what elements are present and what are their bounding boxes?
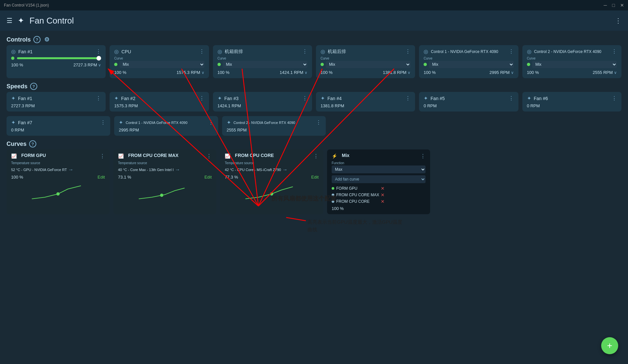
speeds-label: Speeds [7,83,27,90]
card-title-fan1: Fan #1 [18,49,33,54]
card-rpm-cpu: 1575.3 RPM ∨ [177,70,204,75]
curve-edit-c2[interactable]: Edit [204,175,212,180]
curve-card-c1: 📈 FORM GPU ⋮ Temperature source 52 °C - … [7,149,110,214]
curve-select-ctrl1[interactable]: Mix [429,61,514,68]
controls-settings-icon[interactable]: ⚙ [43,36,50,43]
app-header: ☰ ✦ Fan Control ⋮ [0,10,628,31]
curve-more-c2[interactable]: ⋮ [206,153,212,159]
card-more-cpu[interactable]: ⋮ [199,48,204,55]
speed-more-s4[interactable]: ⋮ [405,95,410,101]
speed-more-s8[interactable]: ⋮ [208,119,214,126]
temp-source-c3: Temperature source [225,161,319,165]
speed-fan-icon-s4: ✦ [321,95,325,101]
curve-select-front[interactable]: Mix [223,61,307,68]
card-more-front[interactable]: ⋮ [302,48,307,55]
speed-card-s7: ✦ Fan #7 ⋮ 0 RPM [7,116,110,136]
card-fan-icon-cpu: ◎ [114,48,119,55]
slider-row-fan1 [11,57,101,60]
speed-fan-icon-s8: ✦ [119,119,123,126]
card-rpm-rear: 1381.8 RPM ∨ [383,70,410,75]
expand-icon-fan1[interactable]: ∨ [98,63,101,67]
mix-more[interactable]: ⋮ [420,153,426,159]
expand-icon-cpu[interactable]: ∨ [201,70,204,75]
card-more-fan1[interactable]: ⋮ [96,48,101,55]
card-title-ctrl2: Control 2 - NVIDIA GeForce RTX 4090 [534,49,602,54]
close-button[interactable]: ✕ [620,3,624,8]
card-percent-ctrl1: 100 % [424,70,436,75]
expand-icon-ctrl1[interactable]: ∨ [511,70,514,75]
speed-more-s9[interactable]: ⋮ [316,119,321,126]
speed-more-s5[interactable]: ⋮ [509,95,514,101]
curve-title-c2: FROM CPU CORE MAX [128,153,179,158]
temp-expand-c1[interactable]: → [68,167,73,173]
speed-fan-icon-s2: ✦ [114,95,118,101]
card-title-cpu: CPU [121,49,131,54]
card-header-cpu: ◎ CPU ⋮ [114,48,204,55]
curve-more-c1[interactable]: ⋮ [100,153,105,159]
fab-add-button[interactable]: + [601,337,618,354]
speeds-help-icon[interactable]: ? [30,83,37,90]
curve-card-c3: 📈 FROM CPU CORE ⋮ Temperature source 42 … [220,149,323,214]
controls-help-icon[interactable]: ? [33,36,41,43]
card-percent-fan1: 100 % [11,62,23,67]
expand-icon-front[interactable]: ∨ [305,70,307,75]
mix-curve-remove-gpu[interactable]: ✕ [381,186,425,191]
speed-more-s3[interactable]: ⋮ [302,95,307,101]
speed-more-s2[interactable]: ⋮ [199,95,204,101]
curve-icon-c2: 📈 [118,153,124,159]
curve-card-header-c2: 📈 FROM CPU CORE MAX ⋮ [118,153,212,159]
curve-row-ctrl2: Mix [527,61,617,68]
speed-more-s1[interactable]: ⋮ [96,95,101,101]
mix-curve-remove-cpu[interactable]: ✕ [381,199,425,204]
card-rpm-front: 1424.1 RPM ∨ [280,70,307,75]
speed-more-s6[interactable]: ⋮ [612,95,617,101]
maximize-button[interactable]: □ [612,3,615,8]
speed-more-s7[interactable]: ⋮ [100,119,106,126]
expand-icon-rear[interactable]: ∨ [408,70,410,75]
temp-expand-c2[interactable]: → [175,167,180,173]
card-more-ctrl1[interactable]: ⋮ [509,48,514,55]
card-more-rear[interactable]: ⋮ [405,48,410,55]
card-rpm-ctrl2: 2555 RPM ∨ [593,70,617,75]
add-fan-curve-select[interactable]: Add fan curve [332,175,426,183]
curve-edit-c3[interactable]: Edit [311,175,319,180]
temp-expand-c3[interactable]: → [282,167,288,173]
window-title: Fan Control V154 (1.json) [4,3,49,8]
curve-edit-c1[interactable]: Edit [97,175,105,180]
speed-header-s5: ✦ Fan #5 ⋮ [424,95,514,101]
speed-rpm-s4: 1381.8 RPM [321,103,410,108]
card-percent-front: 100 % [218,70,230,75]
app-header-left: ☰ ✦ Fan Control [7,16,74,26]
curve-title-c3: FROM CPU CORE [235,153,274,158]
curve-percent-c3: 77.3 % [225,175,238,180]
speed-slider-fan1[interactable] [17,57,101,59]
card-fan-icon-ctrl1: ◎ [424,48,428,55]
mix-function-select[interactable]: Max Min Average [332,165,426,173]
mix-curve-name-cpu: FROM CPU CORE [336,199,381,204]
curve-select-rear[interactable]: Mix [326,61,410,68]
curve-more-c3[interactable]: ⋮ [313,153,319,159]
mix-curve-list: FORM GPU ✕ FROM CPU CORE MAX ✕ FROM CPU … [332,185,426,205]
mix-curve-remove-cpumax[interactable]: ✕ [381,192,425,198]
speed-rpm-s5: 0 RPM [424,103,514,108]
speed-card-s1: ✦ Fan #1 ⋮ 2727.3 RPM [7,92,106,112]
curves-help-icon[interactable]: ? [29,140,36,147]
curve-select-cpu[interactable]: Mix [119,61,204,68]
curve-icon-c3: 📈 [225,153,230,159]
speed-fan-icon-s1: ✦ [11,95,15,101]
app-more-icon[interactable]: ⋮ [615,17,621,25]
temp-value-c1: 52 °C - GPU - NVIDIA GeForce RT [11,168,67,172]
card-more-ctrl2[interactable]: ⋮ [612,48,617,55]
card-bottom-ctrl2: 100 % 2555 RPM ∨ [527,70,617,75]
hamburger-icon[interactable]: ☰ [7,17,12,25]
green-dot-rear [321,63,324,66]
curve-bottom-c1: 100 % Edit [11,175,105,180]
temp-source-c1: Temperature source [11,161,105,165]
minimize-button[interactable]: ─ [604,3,607,8]
speed-title-s6: Fan #6 [534,96,548,101]
main-content: Controls ? ⚙ ◎ Fan #1 ⋮ 100 % 2727.3 [0,31,628,224]
curve-percent-c2: 73.1 % [118,175,131,180]
expand-icon-ctrl2[interactable]: ∨ [614,70,617,75]
curve-select-ctrl2[interactable]: Mix [532,61,617,68]
speed-rpm-s2: 1575.3 RPM [114,103,204,108]
